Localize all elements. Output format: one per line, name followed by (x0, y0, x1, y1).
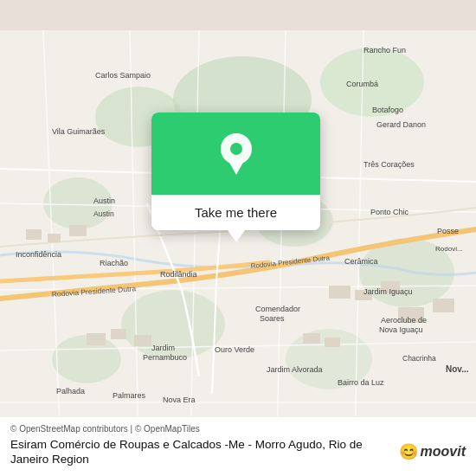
svg-rect-29 (325, 338, 340, 347)
popup-card-header (151, 113, 320, 195)
svg-rect-20 (26, 229, 42, 240)
svg-text:Soares: Soares (260, 314, 285, 323)
svg-text:Carlos Sampaio: Carlos Sampaio (95, 71, 151, 80)
svg-text:Rodilândia: Rodilândia (160, 270, 197, 279)
svg-point-67 (230, 143, 242, 155)
popup-pointer (228, 230, 245, 242)
svg-text:Aeroclube de: Aeroclube de (381, 316, 427, 325)
svg-rect-32 (134, 335, 151, 346)
take-me-there-label: Take me there (195, 205, 277, 220)
svg-rect-31 (111, 329, 126, 339)
svg-marker-68 (228, 159, 245, 175)
svg-text:Vila Guimarães: Vila Guimarães (52, 127, 106, 136)
location-popup: Take me there (151, 113, 320, 230)
place-name: Esiram Comércio de Roupas e Calcados -Me… (10, 437, 394, 467)
bottom-bar: © OpenStreetMap contributors | © OpenMap… (0, 416, 476, 476)
svg-text:Jardim Iguaçu: Jardim Iguaçu (363, 287, 413, 296)
svg-text:Nova Iguaçu: Nova Iguaçu (379, 325, 423, 334)
svg-text:Rodovi...: Rodovi... (435, 245, 463, 253)
svg-text:Ponto Chic: Ponto Chic (370, 208, 409, 216)
popup-card-action[interactable]: Take me there (151, 195, 320, 230)
svg-text:Gerard Danon: Gerard Danon (376, 120, 426, 129)
svg-rect-23 (329, 286, 351, 299)
moovit-face-icon: 😊 (399, 442, 418, 461)
svg-rect-27 (433, 299, 454, 312)
svg-text:Palhada: Palhada (56, 387, 85, 396)
svg-text:Nov...: Nov... (446, 364, 469, 374)
svg-text:Rancho Fun: Rancho Fun (363, 46, 406, 55)
location-pin-icon (218, 136, 254, 172)
svg-text:Palmares: Palmares (113, 391, 146, 400)
map-attribution: © OpenStreetMap contributors | © OpenMap… (10, 424, 466, 434)
svg-text:Ouro Verde: Ouro Verde (215, 345, 254, 354)
svg-text:Austin: Austin (93, 196, 115, 205)
svg-text:Austin: Austin (93, 209, 114, 218)
svg-rect-22 (69, 225, 87, 236)
moovit-logo: 😊 moovit (399, 442, 466, 461)
svg-text:Jardim: Jardim (151, 344, 175, 352)
svg-rect-30 (87, 333, 106, 345)
svg-text:Inconfidência: Inconfidência (16, 250, 61, 259)
moovit-logo-text: moovit (421, 444, 466, 460)
svg-text:Chacrinha: Chacrinha (402, 354, 436, 363)
svg-text:Riachão: Riachão (100, 259, 128, 267)
svg-text:Cerâmica: Cerâmica (344, 257, 378, 266)
svg-text:Bairro da Luz: Bairro da Luz (338, 378, 384, 387)
svg-text:Pernambuco: Pernambuco (143, 353, 187, 362)
svg-text:Corumbá: Corumbá (346, 80, 378, 88)
svg-text:Botafogo: Botafogo (372, 106, 403, 114)
svg-text:Três Corações: Três Corações (363, 160, 415, 169)
map: Rodovia Presidente Dutra Rodovia Preside… (0, 0, 476, 476)
svg-text:Nova Era: Nova Era (163, 396, 196, 404)
svg-text:Posse: Posse (437, 227, 459, 235)
place-info: Esiram Comércio de Roupas e Calcados -Me… (10, 437, 466, 467)
svg-rect-21 (48, 234, 61, 242)
svg-text:Comendador: Comendador (255, 305, 300, 313)
svg-rect-28 (303, 333, 320, 344)
svg-text:Jardim Alvorada: Jardim Alvorada (267, 365, 323, 374)
